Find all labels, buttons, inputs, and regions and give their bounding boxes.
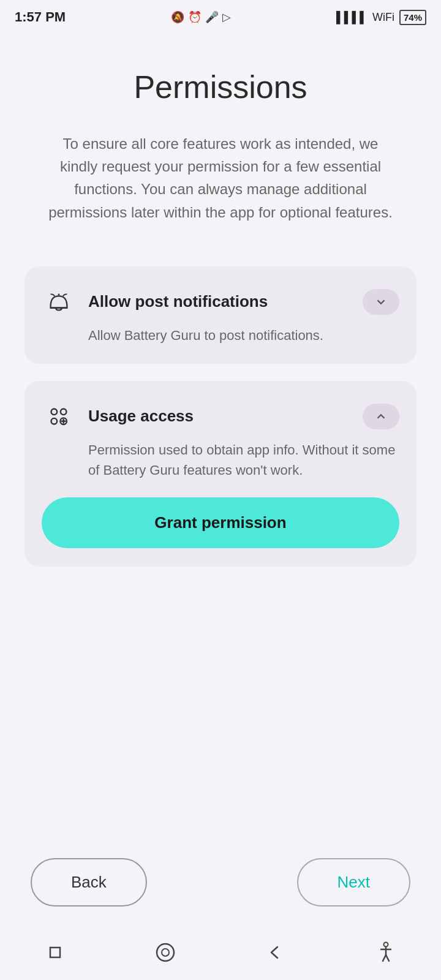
status-right-icons: ▌▌▌▌ WiFi 74% (336, 10, 426, 25)
usage-header-left: Usage access (42, 399, 194, 434)
page-description: To ensure all core features work as inte… (43, 132, 398, 224)
svg-point-10 (162, 949, 169, 956)
status-time: 1:57 PM (15, 9, 66, 25)
usage-card-header: Usage access (42, 399, 399, 434)
usage-card-description: Permission used to obtain app info. With… (42, 440, 399, 480)
mute-icon: 🔕 (171, 10, 184, 24)
android-circle-button[interactable] (152, 939, 179, 966)
notification-card-header: Allow post notifications (42, 285, 399, 319)
svg-point-3 (61, 409, 67, 415)
notification-permission-card: Allow post notifications Allow Battery G… (24, 266, 417, 364)
svg-line-15 (386, 955, 389, 961)
page-title: Permissions (134, 69, 307, 105)
android-nav-bar (0, 931, 441, 980)
notification-toggle-button[interactable] (363, 289, 399, 315)
back-button[interactable]: Back (31, 858, 147, 907)
android-accessibility-button[interactable] (372, 939, 399, 966)
wifi-icon: WiFi (372, 11, 394, 24)
bell-icon (42, 285, 76, 319)
svg-line-14 (383, 955, 386, 961)
android-back-button[interactable] (262, 939, 289, 966)
svg-point-2 (51, 409, 58, 415)
usage-permission-card: Usage access Permission used to obtain a… (24, 381, 417, 567)
usage-card-title: Usage access (88, 407, 194, 426)
mic-icon: 🎤 (205, 10, 219, 24)
svg-point-9 (157, 944, 174, 961)
usage-toggle-button[interactable] (363, 404, 399, 429)
next-button[interactable]: Next (297, 858, 410, 907)
signal-icon: ▌▌▌▌ (336, 11, 368, 24)
status-icons: 🔕 ⏰ 🎤 ▷ (171, 10, 231, 24)
alarm-icon: ⏰ (188, 10, 202, 24)
svg-point-4 (51, 418, 58, 424)
main-content: Permissions To ensure all core features … (0, 32, 441, 846)
android-square-button[interactable] (42, 939, 69, 966)
svg-point-11 (384, 943, 388, 947)
usage-icon (42, 399, 76, 434)
notification-header-left: Allow post notifications (42, 285, 268, 319)
play-icon: ▷ (222, 10, 231, 24)
svg-rect-8 (50, 948, 60, 957)
notification-card-description: Allow Battery Guru to post notifications… (42, 325, 399, 345)
grant-permission-button[interactable]: Grant permission (42, 497, 399, 548)
battery-indicator: 74% (399, 10, 426, 25)
status-bar: 1:57 PM 🔕 ⏰ 🎤 ▷ ▌▌▌▌ WiFi 74% (0, 0, 441, 32)
bottom-navigation: Back Next (0, 846, 441, 931)
notification-card-title: Allow post notifications (88, 292, 268, 311)
